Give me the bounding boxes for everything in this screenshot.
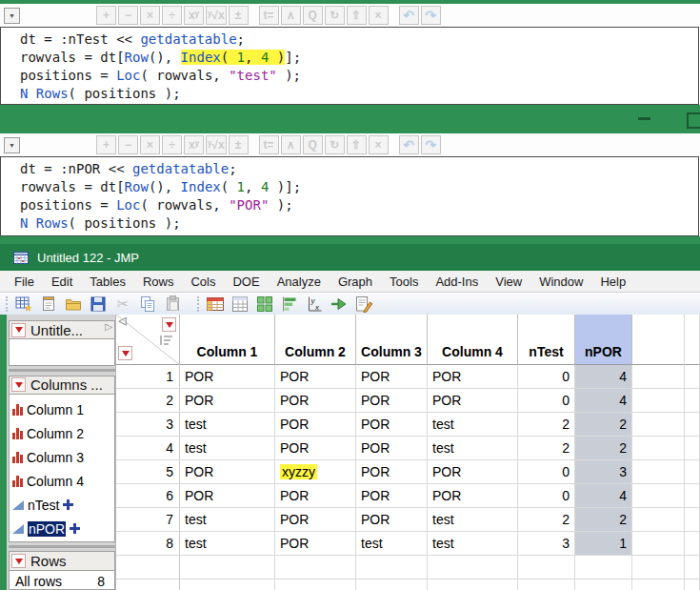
empty-cell[interactable] <box>632 460 685 484</box>
row-number[interactable]: 2 <box>116 389 180 413</box>
fit-y-by-x-icon[interactable]: yx <box>303 294 326 314</box>
summary-table-icon[interactable] <box>229 294 251 314</box>
table-cell[interactable]: POR <box>275 437 356 460</box>
sidebar-column-column-3[interactable]: Column 3 <box>10 445 114 469</box>
table-cell[interactable]: POR <box>428 365 518 389</box>
table-cell[interactable]: xyzzy <box>275 460 356 484</box>
table-cell[interactable]: 3 <box>518 532 575 556</box>
copy-icon[interactable] <box>136 294 159 314</box>
empty-cell[interactable] <box>632 484 685 508</box>
sort-bars-icon[interactable] <box>160 336 172 345</box>
row-number[interactable]: 1 <box>116 365 180 389</box>
formula-button[interactable]: t= <box>259 135 279 154</box>
formula-button[interactable]: ↶ <box>399 6 419 25</box>
formula-button[interactable]: − <box>118 135 138 154</box>
rows-red-triangle-icon[interactable] <box>118 346 132 360</box>
collapse-left-icon[interactable]: ◁ <box>118 315 126 327</box>
menu-tables[interactable]: Tables <box>81 275 134 289</box>
editor-dropdown-icon[interactable]: ▼ <box>4 137 20 153</box>
empty-cell[interactable] <box>632 413 685 437</box>
menu-add-ins[interactable]: Add-Ins <box>427 275 487 289</box>
empty-cell[interactable] <box>632 532 685 556</box>
panel-splitter[interactable] <box>9 542 115 552</box>
menu-rows[interactable]: Rows <box>134 275 183 289</box>
formula-button[interactable]: + <box>96 6 116 25</box>
table-cell[interactable]: POR <box>275 508 356 532</box>
maximize-icon[interactable] <box>687 112 700 129</box>
editor-dropdown-icon[interactable]: ▼ <box>4 8 20 24</box>
table-cell[interactable]: 1 <box>575 532 632 556</box>
empty-cell[interactable] <box>632 508 685 532</box>
menu-window[interactable]: Window <box>530 275 591 289</box>
row-number[interactable]: 7 <box>116 508 180 532</box>
sidebar-column-column-1[interactable]: Column 1 <box>10 397 114 421</box>
table-cell[interactable]: 0 <box>518 484 575 508</box>
table-corner-cell[interactable]: ◁ <box>116 315 180 365</box>
formula-button[interactable]: ÷ <box>162 135 182 154</box>
script-editor-test[interactable]: dt = :nTest << getdatatable;rowvals = dt… <box>0 27 699 105</box>
empty-cell[interactable] <box>575 580 632 590</box>
table-cell[interactable]: test <box>428 413 518 437</box>
table-cell[interactable]: test <box>180 413 275 437</box>
new-journal-icon[interactable] <box>37 294 60 314</box>
empty-cell[interactable] <box>685 437 700 460</box>
sidebar-column-npor[interactable]: nPOR <box>10 517 114 540</box>
formula-button[interactable]: ʸ√x <box>206 6 227 25</box>
menu-file[interactable]: File <box>6 275 43 289</box>
table-cell[interactable]: test <box>180 437 275 460</box>
table-cell[interactable]: test <box>428 532 518 556</box>
table-cell[interactable]: 4 <box>575 365 632 389</box>
table-cell[interactable]: 2 <box>575 508 632 532</box>
empty-cell[interactable] <box>275 556 356 580</box>
table-cell[interactable]: 4 <box>575 389 632 413</box>
formula-plus-icon[interactable] <box>70 523 80 534</box>
sidebar-column-column-4[interactable]: Column 4 <box>10 469 114 493</box>
row-number[interactable]: 5 <box>116 460 180 484</box>
empty-cell[interactable] <box>275 580 356 590</box>
table-cell[interactable]: test <box>428 437 518 460</box>
formula-button[interactable]: ± <box>229 6 249 25</box>
table-cell[interactable]: POR <box>180 365 275 389</box>
row-number[interactable]: 8 <box>116 532 180 556</box>
formula-button[interactable]: ↶ <box>399 135 419 154</box>
row-number[interactable]: 3 <box>116 413 180 437</box>
formula-button[interactable]: Q <box>303 135 323 154</box>
red-triangle-menu-icon[interactable] <box>11 377 26 392</box>
formula-button[interactable]: ÷ <box>162 6 182 25</box>
data-table-icon[interactable] <box>204 294 227 314</box>
empty-cell[interactable] <box>632 556 685 580</box>
table-cell[interactable]: POR <box>356 437 428 460</box>
empty-cell[interactable] <box>428 556 518 580</box>
table-cell[interactable]: POR <box>180 389 275 413</box>
formula-button[interactable]: ∧ <box>281 135 301 154</box>
table-cell[interactable]: 2 <box>575 413 632 437</box>
table-cell[interactable]: POR <box>356 484 428 508</box>
menu-analyze[interactable]: Analyze <box>269 275 330 289</box>
empty-cell[interactable] <box>356 580 428 590</box>
column-header-column-4[interactable]: Column 4 <box>428 315 518 365</box>
empty-cell[interactable] <box>685 413 700 437</box>
formula-button[interactable]: ↷ <box>421 6 441 25</box>
formula-button[interactable]: × <box>369 6 389 25</box>
table-cell[interactable]: test <box>428 508 518 532</box>
formula-button[interactable]: t= <box>259 6 279 25</box>
table-cell[interactable]: 0 <box>518 460 575 484</box>
empty-cell[interactable] <box>632 437 685 460</box>
table-cell[interactable]: 2 <box>518 437 575 460</box>
column-header-npor[interactable]: nPOR <box>575 315 632 365</box>
run-script-icon[interactable] <box>328 294 350 314</box>
table-cell[interactable]: POR <box>356 413 428 437</box>
empty-cell[interactable] <box>685 365 700 389</box>
sidebar-column-column-2[interactable]: Column 2 <box>10 421 114 445</box>
empty-cell[interactable] <box>632 580 685 590</box>
formula-button[interactable]: × <box>140 135 160 154</box>
table-cell[interactable]: test <box>356 532 428 556</box>
sidebar-column-ntest[interactable]: nTest <box>10 493 114 517</box>
paste-icon[interactable] <box>161 294 184 314</box>
table-cell[interactable]: 2 <box>518 413 575 437</box>
new-data-table-icon[interactable] <box>12 294 35 314</box>
menu-tools[interactable]: Tools <box>381 275 427 289</box>
table-cell[interactable]: POR <box>180 484 275 508</box>
table-cell[interactable]: POR <box>428 389 518 413</box>
cut-icon[interactable]: ✂ <box>111 294 134 314</box>
